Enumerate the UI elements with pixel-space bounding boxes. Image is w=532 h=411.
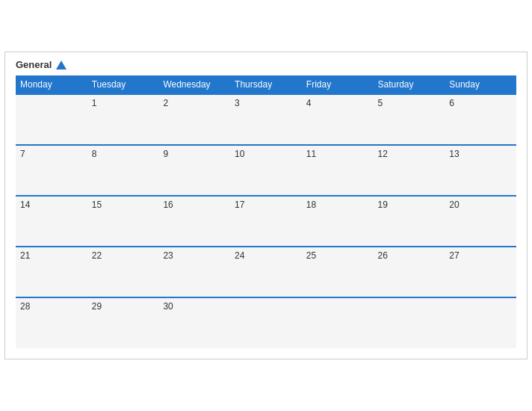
day-cell-2: 2 — [158, 94, 230, 145]
day-cell-24: 24 — [230, 247, 302, 297]
day-number: 17 — [235, 200, 244, 210]
day-cell-12: 12 — [374, 145, 445, 196]
day-number: 15 — [92, 200, 102, 210]
day-number: 22 — [92, 250, 102, 261]
day-cell-23: 23 — [158, 247, 230, 297]
day-header-saturday: Saturday — [374, 75, 445, 94]
day-cell-empty — [302, 297, 374, 348]
day-header-tuesday: Tuesday — [87, 75, 159, 94]
day-cell-6: 6 — [445, 94, 516, 145]
week-row-4: 21222324252627 — [16, 247, 516, 297]
day-number: 24 — [235, 250, 244, 261]
day-cell-18: 18 — [302, 196, 374, 247]
calendar-header: General — [16, 60, 516, 70]
day-header-wednesday: Wednesday — [158, 75, 230, 94]
day-cell-empty — [16, 94, 87, 145]
days-header-row: MondayTuesdayWednesdayThursdayFridaySatu… — [16, 75, 516, 94]
day-number: 26 — [378, 250, 388, 261]
day-number: 28 — [20, 301, 30, 312]
day-number: 7 — [20, 149, 25, 159]
day-cell-8: 8 — [87, 145, 159, 196]
day-number: 16 — [163, 200, 173, 210]
day-cell-15: 15 — [87, 196, 159, 247]
day-number: 18 — [306, 200, 316, 210]
day-cell-26: 26 — [374, 247, 445, 297]
day-number: 8 — [92, 149, 97, 159]
day-number: 10 — [235, 149, 244, 159]
day-cell-22: 22 — [87, 247, 159, 297]
day-cell-1: 1 — [87, 94, 159, 145]
day-number: 27 — [449, 250, 459, 261]
day-number: 5 — [378, 98, 383, 108]
day-cell-13: 13 — [445, 145, 516, 196]
week-row-1: 123456 — [16, 94, 516, 145]
day-cell-16: 16 — [158, 196, 230, 247]
day-cell-14: 14 — [16, 196, 87, 247]
day-number: 6 — [449, 98, 454, 108]
day-number: 20 — [449, 200, 459, 210]
week-row-5: 282930 — [16, 297, 516, 348]
calendar-container: General MondayTuesdayWednesdayThursdayFr… — [4, 52, 528, 360]
day-cell-4: 4 — [302, 94, 374, 145]
day-number: 14 — [20, 200, 30, 210]
day-cell-3: 3 — [230, 94, 302, 145]
logo-general-text: General — [16, 60, 66, 70]
day-header-thursday: Thursday — [230, 75, 302, 94]
day-cell-27: 27 — [445, 247, 516, 297]
day-number: 3 — [235, 98, 240, 108]
day-number: 12 — [378, 149, 388, 159]
day-cell-9: 9 — [158, 145, 230, 196]
week-row-2: 78910111213 — [16, 145, 516, 196]
day-cell-empty — [445, 297, 516, 348]
day-number: 29 — [92, 301, 102, 312]
day-number: 4 — [306, 98, 312, 108]
day-header-sunday: Sunday — [445, 75, 516, 94]
day-cell-25: 25 — [302, 247, 374, 297]
day-cell-21: 21 — [16, 247, 87, 297]
day-cell-19: 19 — [374, 196, 445, 247]
day-cell-empty — [230, 297, 302, 348]
day-number: 19 — [378, 200, 388, 210]
day-cell-empty — [374, 297, 445, 348]
day-number: 2 — [163, 98, 168, 108]
day-number: 9 — [163, 149, 168, 159]
day-number: 25 — [306, 250, 316, 261]
logo: General — [16, 60, 66, 70]
day-cell-17: 17 — [230, 196, 302, 247]
day-number: 30 — [163, 301, 173, 312]
day-header-friday: Friday — [302, 75, 374, 94]
day-cell-28: 28 — [16, 297, 87, 348]
week-row-3: 14151617181920 — [16, 196, 516, 247]
day-cell-20: 20 — [445, 196, 516, 247]
day-cell-10: 10 — [230, 145, 302, 196]
logo-triangle-icon — [56, 61, 66, 69]
day-number: 21 — [20, 250, 30, 261]
calendar-grid: MondayTuesdayWednesdayThursdayFridaySatu… — [16, 75, 516, 348]
day-number: 13 — [449, 149, 459, 159]
day-number: 11 — [306, 149, 316, 159]
day-number: 1 — [92, 98, 97, 108]
day-cell-29: 29 — [87, 297, 159, 348]
day-cell-11: 11 — [302, 145, 374, 196]
day-cell-5: 5 — [374, 94, 445, 145]
day-cell-30: 30 — [158, 297, 230, 348]
day-number: 23 — [163, 250, 173, 261]
day-header-monday: Monday — [16, 75, 87, 94]
day-cell-7: 7 — [16, 145, 87, 196]
